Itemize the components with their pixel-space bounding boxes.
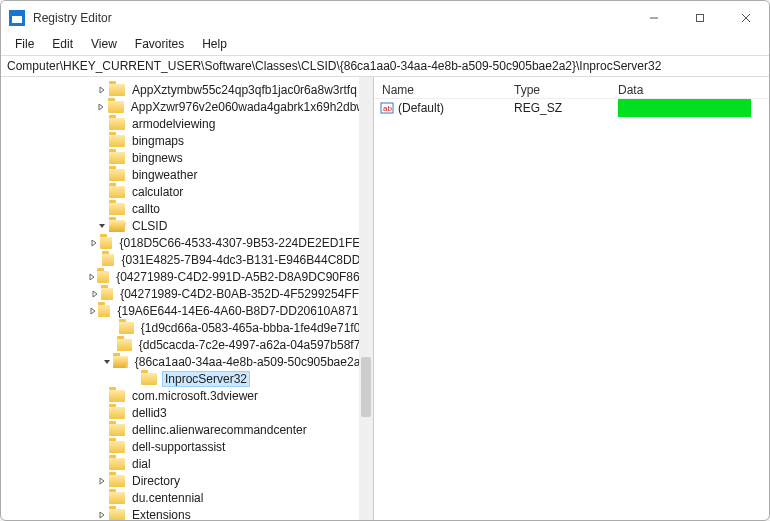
caret-closed-icon[interactable]: [86, 273, 97, 281]
caret-closed-icon[interactable]: [94, 103, 108, 111]
tree-label[interactable]: InprocServer32: [162, 371, 250, 387]
tree-node[interactable]: {031E4825-7B94-4dc3-B131-E946B44C8DD5}: [7, 251, 373, 268]
tree-node[interactable]: dellid3: [7, 404, 373, 421]
tree-node[interactable]: calculator: [7, 183, 373, 200]
caret-closed-icon[interactable]: [95, 477, 109, 485]
menu-help[interactable]: Help: [194, 35, 235, 55]
caret-closed-icon[interactable]: [95, 511, 109, 519]
menu-favorites[interactable]: Favorites: [127, 35, 192, 55]
tree-label[interactable]: com.microsoft.3dviewer: [130, 389, 260, 403]
tree-label[interactable]: callto: [130, 202, 162, 216]
tree-label[interactable]: Extensions: [130, 508, 193, 521]
caret-closed-icon[interactable]: [89, 290, 100, 298]
tree-node[interactable]: {04271989-C4D2-991D-A5B2-D8A9DC90F86F}: [7, 268, 373, 285]
tree-label[interactable]: dellid3: [130, 406, 169, 420]
titlebar[interactable]: Registry Editor: [1, 1, 769, 35]
tree-label[interactable]: bingweather: [130, 168, 199, 182]
window-title: Registry Editor: [33, 11, 631, 25]
tree-node[interactable]: bingmaps: [7, 132, 373, 149]
app-icon: [9, 10, 25, 26]
folder-icon: [109, 203, 125, 215]
tree-label[interactable]: {04271989-C4D2-B0AB-352D-4F5299254FFE}: [118, 287, 373, 301]
tree-label[interactable]: {018D5C66-4533-4307-9B53-224DE2ED1FE6}: [117, 236, 373, 250]
tree-node[interactable]: {018D5C66-4533-4307-9B53-224DE2ED1FE6}: [7, 234, 373, 251]
col-header-type[interactable]: Type: [514, 83, 618, 97]
tree-node[interactable]: com.microsoft.3dviewer: [7, 387, 373, 404]
tree-label[interactable]: {1d9cd66a-0583-465a-bbba-1fe4d9e71f03}: [139, 321, 373, 335]
svg-rect-1: [697, 15, 704, 22]
folder-icon: [109, 475, 125, 487]
list-row[interactable]: ab (Default) REG_SZ: [374, 99, 769, 117]
folder-icon: [141, 373, 157, 385]
tree-node[interactable]: dial: [7, 455, 373, 472]
tree-node[interactable]: dellinc.alienwarecommandcenter: [7, 421, 373, 438]
tree-label[interactable]: AppXztymbw55c24qp3qfb1jac0r6a8w3rtfq: [130, 83, 359, 97]
menu-edit[interactable]: Edit: [44, 35, 81, 55]
tree-label[interactable]: dellinc.alienwarecommandcenter: [130, 423, 309, 437]
tree-label[interactable]: {86ca1aa0-34aa-4e8b-a509-50c905bae2a2}: [133, 355, 373, 369]
caret-closed-icon[interactable]: [95, 86, 109, 94]
tree-node[interactable]: bingnews: [7, 149, 373, 166]
list-panel: Name Type Data ab (Default) REG_SZ: [374, 77, 769, 520]
caret-open-icon[interactable]: [95, 222, 109, 230]
close-button[interactable]: [723, 1, 769, 35]
menubar: File Edit View Favorites Help: [1, 35, 769, 55]
tree-node[interactable]: du.centennial: [7, 489, 373, 506]
maximize-button[interactable]: [677, 1, 723, 35]
tree-label[interactable]: Directory: [130, 474, 182, 488]
folder-icon: [102, 254, 115, 266]
menu-view[interactable]: View: [83, 35, 125, 55]
tree-label[interactable]: {19A6E644-14E6-4A60-B8D7-DD20610A871D}: [115, 304, 373, 318]
tree-node[interactable]: {04271989-C4D2-B0AB-352D-4F5299254FFE}: [7, 285, 373, 302]
folder-icon: [109, 509, 125, 521]
tree-node[interactable]: Directory: [7, 472, 373, 489]
tree-label[interactable]: bingmaps: [130, 134, 186, 148]
caret-closed-icon[interactable]: [89, 239, 100, 247]
tree-node[interactable]: {86ca1aa0-34aa-4e8b-a509-50c905bae2a2}: [7, 353, 373, 370]
tree-node[interactable]: CLSID: [7, 217, 373, 234]
folder-icon: [119, 322, 134, 334]
folder-icon: [100, 237, 113, 249]
list-header: Name Type Data: [374, 77, 769, 99]
tree-scrollbar[interactable]: [359, 77, 373, 520]
menu-file[interactable]: File: [7, 35, 42, 55]
tree-node[interactable]: {19A6E644-14E6-4A60-B8D7-DD20610A871D}: [7, 302, 373, 319]
tree-label[interactable]: AppXzwr976v2e060wada4gabrk1x69h2dbwy: [129, 100, 373, 114]
folder-icon: [109, 152, 125, 164]
tree-label[interactable]: {04271989-C4D2-991D-A5B2-D8A9DC90F86F}: [114, 270, 373, 284]
value-name: (Default): [398, 101, 514, 115]
tree-node[interactable]: {1d9cd66a-0583-465a-bbba-1fe4d9e71f03}: [7, 319, 373, 336]
folder-icon: [117, 339, 132, 351]
tree-node[interactable]: {dd5cacda-7c2e-4997-a62a-04a597b58f76}: [7, 336, 373, 353]
folder-icon: [98, 305, 110, 317]
minimize-button[interactable]: [631, 1, 677, 35]
tree-label[interactable]: calculator: [130, 185, 185, 199]
tree-node[interactable]: AppXztymbw55c24qp3qfb1jac0r6a8w3rtfq: [7, 81, 373, 98]
tree-label[interactable]: armodelviewing: [130, 117, 217, 131]
tree-node[interactable]: armodelviewing: [7, 115, 373, 132]
tree-node[interactable]: bingweather: [7, 166, 373, 183]
tree-label[interactable]: du.centennial: [130, 491, 205, 505]
tree-label[interactable]: dial: [130, 457, 153, 471]
tree-panel[interactable]: AppXztymbw55c24qp3qfb1jac0r6a8w3rtfqAppX…: [1, 77, 374, 520]
col-header-data[interactable]: Data: [618, 83, 769, 97]
caret-closed-icon[interactable]: [87, 307, 98, 315]
tree-label[interactable]: {031E4825-7B94-4dc3-B131-E946B44C8DD5}: [119, 253, 373, 267]
caret-open-icon[interactable]: [101, 358, 114, 366]
tree-node[interactable]: InprocServer32: [7, 370, 373, 387]
string-value-icon: ab: [380, 101, 394, 115]
address-bar[interactable]: Computer\HKEY_CURRENT_USER\Software\Clas…: [1, 55, 769, 77]
tree-label[interactable]: bingnews: [130, 151, 185, 165]
col-header-name[interactable]: Name: [374, 83, 514, 97]
tree-node[interactable]: Extensions: [7, 506, 373, 520]
folder-icon: [109, 441, 125, 453]
tree-node[interactable]: dell-supportassist: [7, 438, 373, 455]
tree-label[interactable]: CLSID: [130, 219, 169, 233]
tree-node[interactable]: AppXzwr976v2e060wada4gabrk1x69h2dbwy: [7, 98, 373, 115]
tree-scrollbar-thumb[interactable]: [361, 357, 371, 417]
tree-node[interactable]: callto: [7, 200, 373, 217]
tree-label[interactable]: dell-supportassist: [130, 440, 227, 454]
tree-label[interactable]: {dd5cacda-7c2e-4997-a62a-04a597b58f76}: [137, 338, 373, 352]
folder-icon: [113, 356, 127, 368]
value-type: REG_SZ: [514, 101, 618, 115]
